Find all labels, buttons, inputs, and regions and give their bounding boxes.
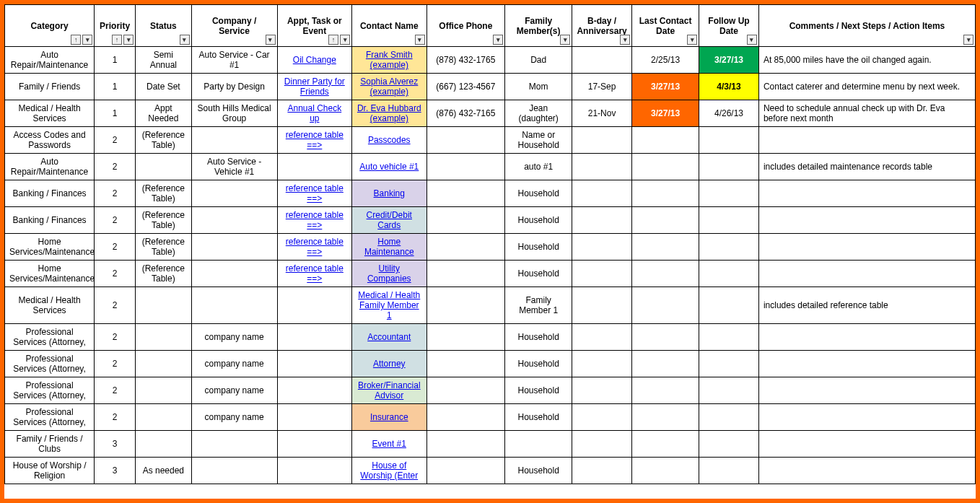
cell: Home Maintenance — [352, 234, 426, 261]
cell: 2 — [95, 287, 136, 324]
contact-link[interactable]: House of Worship (Enter — [360, 460, 418, 481]
contact-link[interactable]: Utility Companies — [367, 263, 411, 284]
contact-link[interactable]: Sophia Alverez (example) — [360, 76, 418, 97]
table-row: Family / Friends1Date SetParty by Design… — [5, 74, 976, 100]
task-link[interactable]: Oil Change — [293, 55, 336, 65]
contact-link[interactable]: Insurance — [370, 412, 408, 422]
filter-button[interactable] — [687, 35, 697, 45]
filter-button[interactable] — [82, 35, 92, 45]
filter-button[interactable] — [340, 35, 350, 45]
cell: Banking / Finances — [5, 180, 95, 207]
filter-button[interactable] — [266, 35, 276, 45]
task-link[interactable]: reference table ==> — [286, 130, 344, 150]
cell: Annual Check up — [277, 100, 351, 127]
filter-button[interactable] — [123, 35, 134, 45]
cell — [572, 431, 632, 458]
cell: Dinner Party for Friends — [277, 74, 351, 100]
cell: 2 — [95, 180, 136, 207]
cell — [632, 261, 699, 287]
contact-link[interactable]: Attorney — [373, 359, 406, 369]
cell-text: (876) 432-7165 — [436, 108, 495, 118]
cell-text: Household — [517, 215, 559, 225]
sort-button[interactable] — [328, 35, 338, 45]
cell — [426, 377, 505, 404]
cell — [632, 431, 699, 458]
task-link[interactable]: reference table ==> — [286, 210, 344, 230]
cell: As needed — [136, 458, 192, 484]
task-link[interactable]: reference table ==> — [286, 263, 344, 284]
cell-text: Name or Household — [517, 130, 559, 150]
contact-link[interactable]: Auto vehicle #1 — [359, 162, 419, 172]
cell — [191, 431, 277, 458]
task-link[interactable]: reference table ==> — [286, 237, 344, 257]
contact-link[interactable]: Event #1 — [372, 439, 406, 449]
cell-text: Access Codes and Passwords — [14, 130, 86, 150]
cell: Broker/Financial Advisor — [352, 377, 426, 404]
cell — [572, 351, 632, 377]
filter-button[interactable] — [493, 35, 503, 45]
cell-text: Household — [517, 412, 559, 422]
filter-button[interactable] — [747, 35, 757, 45]
cell — [426, 234, 505, 261]
cell-text: 2 — [113, 268, 118, 279]
cell: Professional Services (Attorney, — [5, 377, 95, 404]
contact-link[interactable]: Medical / Health Family Member 1 — [358, 290, 420, 320]
cell — [632, 324, 699, 351]
table-row: Family / Friends / Clubs3Event #1 — [5, 431, 976, 458]
cell: company name — [191, 324, 277, 351]
cell — [136, 324, 192, 351]
cell — [191, 287, 277, 324]
cell-text: Banking / Finances — [13, 215, 87, 225]
cell: reference table ==> — [277, 207, 351, 234]
cell: includes detailed reference table — [758, 287, 975, 324]
cell-text: Contact caterer and determine menu by ne… — [764, 82, 960, 92]
cell — [758, 404, 975, 431]
cell-text: Household — [517, 242, 559, 252]
filter-button[interactable] — [415, 35, 425, 45]
sort-button[interactable] — [71, 35, 81, 45]
column-header: Last Contact Date — [632, 5, 699, 47]
cell — [426, 324, 505, 351]
cell: Passcodes — [352, 127, 426, 154]
cell — [632, 234, 699, 261]
cell-text: 2 — [113, 332, 118, 342]
contact-link[interactable]: Dr. Eva Hubbard (example) — [357, 103, 421, 123]
filter-button[interactable] — [180, 35, 190, 45]
cell — [191, 458, 277, 484]
task-link[interactable]: Dinner Party for Friends — [284, 76, 345, 97]
cell: (Reference Table) — [136, 261, 192, 287]
cell — [191, 180, 277, 207]
contact-link[interactable]: Credit/Debit Cards — [367, 210, 412, 230]
cell-text: company name — [205, 332, 264, 342]
cell-text: (Reference Table) — [142, 263, 185, 284]
cell — [426, 261, 505, 287]
cell-text: 17-Sep — [588, 82, 616, 92]
cell — [277, 431, 351, 458]
cell — [277, 377, 351, 404]
cell: 2 — [95, 234, 136, 261]
cell: Credit/Debit Cards — [352, 207, 426, 234]
sort-button[interactable] — [112, 35, 122, 45]
column-header: Comments / Next Steps / Action Items — [758, 5, 975, 47]
cell — [572, 261, 632, 287]
cell-text: Party by Design — [204, 82, 265, 92]
filter-button[interactable] — [620, 35, 630, 45]
cell-text: includes detailed reference table — [764, 300, 888, 310]
cell — [699, 377, 759, 404]
cell: Semi Annual — [136, 47, 192, 74]
contact-link[interactable]: Frank Smith (example) — [366, 50, 413, 70]
task-link[interactable]: Annual Check up — [287, 103, 341, 123]
filter-button[interactable] — [560, 35, 570, 45]
contact-link[interactable]: Accountant — [367, 332, 411, 342]
cell — [191, 127, 277, 154]
cell: 1 — [95, 47, 136, 74]
cell-text: 3/27/13 — [714, 55, 743, 65]
filter-button[interactable] — [963, 35, 974, 45]
task-link[interactable]: reference table ==> — [286, 183, 344, 204]
contact-link[interactable]: Passcodes — [368, 135, 411, 145]
cell-text: company name — [205, 385, 264, 395]
contact-link[interactable]: Home Maintenance — [364, 237, 414, 257]
contact-link[interactable]: Banking — [374, 188, 405, 198]
cell — [572, 154, 632, 180]
contact-link[interactable]: Broker/Financial Advisor — [358, 380, 421, 401]
